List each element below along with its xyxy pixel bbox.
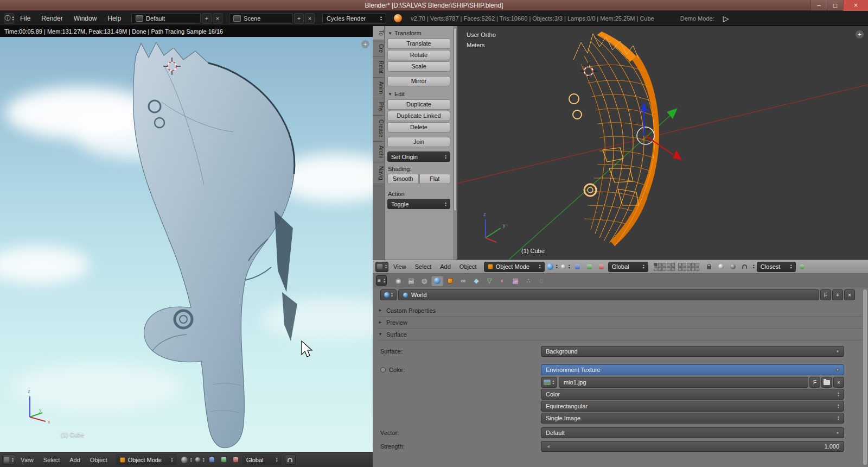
manipulator-translate-icon[interactable] bbox=[207, 455, 218, 465]
menu-object[interactable]: Object bbox=[456, 263, 481, 270]
snap-magnet-icon[interactable] bbox=[739, 262, 750, 272]
orientation-selector[interactable]: Global▴▾ bbox=[242, 455, 282, 465]
mode-selector[interactable]: Object Mode▴▾ bbox=[484, 262, 545, 272]
new-world-button[interactable]: + bbox=[832, 289, 843, 300]
unlink-world-button[interactable]: × bbox=[844, 289, 855, 300]
lock-icon[interactable] bbox=[704, 262, 714, 272]
menu-help[interactable]: Help bbox=[103, 15, 126, 22]
menu-window[interactable]: Window bbox=[69, 15, 102, 22]
delete-button[interactable]: Delete bbox=[387, 122, 450, 132]
region-expand-icon[interactable]: + bbox=[856, 30, 864, 39]
snap-icon[interactable] bbox=[285, 455, 296, 465]
vector-selector[interactable]: Default bbox=[541, 427, 844, 438]
tab-particles-icon[interactable]: ∴ bbox=[522, 275, 534, 286]
menu-select[interactable]: Select bbox=[39, 457, 65, 463]
add-scene-button[interactable]: + bbox=[294, 13, 304, 24]
orientation-selector[interactable]: Global▴▾ bbox=[608, 262, 648, 272]
scene-selector[interactable]: Scene bbox=[229, 13, 293, 24]
menu-view[interactable]: View bbox=[16, 457, 38, 463]
tab-constraints-icon[interactable]: ∞ bbox=[457, 275, 469, 286]
menu-render[interactable]: Render bbox=[36, 15, 67, 22]
image-browse-icon[interactable]: ▴▾ bbox=[541, 377, 557, 388]
tab-world-icon[interactable] bbox=[431, 275, 443, 286]
minimize-button[interactable]: – bbox=[810, 0, 827, 11]
play-icon[interactable]: ▷ bbox=[723, 14, 729, 23]
unlink-image-button[interactable]: × bbox=[833, 377, 844, 388]
color-space-selector[interactable]: Color▴▾ bbox=[541, 389, 844, 400]
edit-panel-header[interactable]: ▼Edit bbox=[388, 91, 450, 97]
manipulator-translate-icon[interactable] bbox=[572, 262, 583, 272]
shelf-tab-archi[interactable]: Archi bbox=[373, 142, 384, 162]
mirror-button[interactable]: Mirror bbox=[387, 76, 450, 86]
shelf-tab-animation[interactable]: Anim bbox=[373, 78, 384, 98]
rendered-viewport[interactable]: z y x (1) Cube + bbox=[0, 37, 373, 452]
tab-render-layers-icon[interactable]: ▤ bbox=[405, 275, 417, 286]
image-fake-user-button[interactable]: F bbox=[809, 377, 820, 388]
close-button[interactable]: × bbox=[843, 0, 868, 11]
menu-file[interactable]: File bbox=[15, 15, 35, 22]
menu-object[interactable]: Object bbox=[86, 457, 112, 463]
tab-scene-icon[interactable]: ◍ bbox=[418, 275, 430, 286]
shade-smooth-button[interactable]: Smooth bbox=[387, 174, 419, 184]
shelf-tab-navig[interactable]: Navig bbox=[373, 162, 384, 185]
custom-properties-panel[interactable]: ►Custom Properties bbox=[378, 305, 863, 317]
fake-user-button[interactable]: F bbox=[820, 289, 831, 300]
delete-layout-button[interactable]: × bbox=[213, 13, 222, 24]
add-layout-button[interactable]: + bbox=[202, 13, 212, 24]
menu-select[interactable]: Select bbox=[411, 263, 436, 270]
opengl-render-icon[interactable] bbox=[797, 262, 808, 272]
world-browse-icon[interactable]: ▴▾ bbox=[380, 289, 397, 300]
snap-mode-dropdown-icon[interactable]: ▴▾ bbox=[753, 264, 755, 269]
editor-type-3dview-icon[interactable]: ▴▾ bbox=[375, 262, 388, 272]
projection-selector[interactable]: Equirectangular▴▾ bbox=[541, 401, 844, 412]
shelf-tab-relations[interactable]: Relat bbox=[373, 57, 384, 78]
tab-object-icon[interactable] bbox=[444, 275, 456, 286]
region-expand-icon[interactable]: + bbox=[361, 40, 369, 48]
viewport-shading-icon[interactable]: ▴▾ bbox=[546, 262, 559, 272]
image-source-selector[interactable]: Single Image▴▾ bbox=[541, 413, 844, 424]
menu-add[interactable]: Add bbox=[65, 457, 85, 463]
shelf-scrollbar-thumb[interactable] bbox=[454, 28, 457, 211]
shelf-tab-tools[interactable]: To bbox=[373, 26, 384, 40]
duplicate-button[interactable]: Duplicate bbox=[387, 99, 450, 110]
editor-type-3dview-icon[interactable]: ▴▾ bbox=[2, 455, 15, 465]
manipulator-rotate-icon[interactable] bbox=[219, 455, 229, 465]
tab-texture-icon[interactable]: ▦ bbox=[509, 275, 521, 286]
screen-layout-selector[interactable]: Default bbox=[131, 13, 201, 24]
delete-scene-button[interactable]: × bbox=[305, 13, 315, 24]
open-image-button[interactable] bbox=[821, 377, 832, 388]
tab-physics-icon[interactable]: ◌ bbox=[535, 275, 547, 286]
rotate-button[interactable]: Rotate bbox=[387, 50, 450, 60]
set-origin-selector[interactable]: Set Origin▴▾ bbox=[387, 152, 450, 162]
shelf-tab-physics[interactable]: Phy bbox=[373, 98, 384, 116]
image-name-field[interactable]: mio1.jpg bbox=[559, 377, 808, 388]
preview-panel[interactable]: ►Preview bbox=[378, 317, 863, 329]
menu-view[interactable]: View bbox=[390, 263, 410, 270]
translate-button[interactable]: Translate bbox=[387, 39, 450, 49]
surface-panel[interactable]: ▼Surface bbox=[378, 329, 863, 340]
layers-grid-2[interactable] bbox=[678, 263, 699, 271]
maximize-button[interactable]: □ bbox=[827, 0, 843, 11]
shade-flat-button[interactable]: Flat bbox=[419, 174, 451, 184]
render-preview-icon[interactable] bbox=[716, 262, 726, 272]
transform-panel-header[interactable]: ▼Transform bbox=[388, 30, 450, 36]
tab-render-icon[interactable]: ◉ bbox=[392, 275, 404, 286]
viewport-shading-icon[interactable]: ▴▾ bbox=[180, 455, 193, 465]
tab-modifiers-icon[interactable]: ◆ bbox=[470, 275, 482, 286]
menu-add[interactable]: Add bbox=[436, 263, 455, 270]
wireframe-viewport[interactable]: z y User Ortho Meters (1) Cube + bbox=[457, 26, 868, 260]
shelf-tab-grease[interactable]: Grease bbox=[373, 116, 384, 142]
snap-element-selector[interactable]: Closest▴▾ bbox=[757, 262, 796, 272]
color-input-selector[interactable]: Environment Texture bbox=[541, 364, 844, 375]
duplicate-linked-button[interactable]: Duplicate Linked bbox=[387, 111, 450, 121]
manipulator-scale-icon[interactable] bbox=[596, 262, 607, 272]
shelf-tab-create[interactable]: Cre bbox=[373, 40, 384, 57]
editor-type-info-icon[interactable]: ⓘ▴▾ bbox=[4, 13, 14, 24]
render-engine-selector[interactable]: Cycles Render▴▾ bbox=[322, 13, 386, 24]
manipulator-rotate-icon[interactable] bbox=[584, 262, 595, 272]
tab-material-icon[interactable]: ◐ bbox=[496, 275, 508, 286]
action-toggle-selector[interactable]: Toggle▴▾ bbox=[387, 199, 450, 209]
tab-data-icon[interactable]: ▽ bbox=[483, 275, 495, 286]
editor-type-properties-icon[interactable]: ≡▴▾ bbox=[376, 275, 387, 286]
manipulator-scale-icon[interactable] bbox=[231, 455, 241, 465]
